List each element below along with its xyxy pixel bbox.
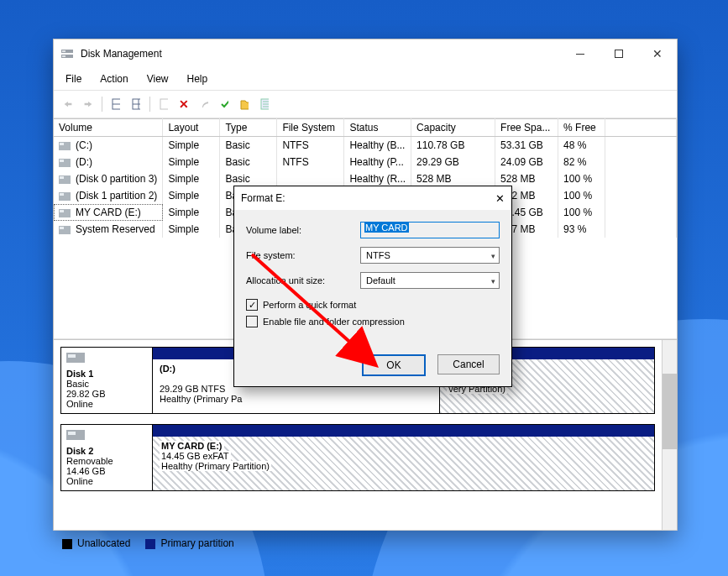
file-system-label: File system: xyxy=(246,250,355,260)
quick-format-checkbox[interactable]: ✓Perform a quick format xyxy=(246,299,500,311)
partition[interactable]: MY CARD (E:) 14.45 GB exFAT Healthy (Pri… xyxy=(153,425,654,490)
volume-row[interactable]: (Disk 0 partition 3)SimpleBasicHealthy (… xyxy=(54,170,677,187)
back-button[interactable] xyxy=(59,95,77,113)
close-button[interactable]: ✕ xyxy=(638,40,677,67)
svg-rect-2 xyxy=(62,50,65,52)
volume-row[interactable]: (D:)SimpleBasicNTFSHealthy (P...29.29 GB… xyxy=(54,154,677,170)
minimize-button[interactable] xyxy=(561,40,600,67)
legend-label-unallocated: Unallocated xyxy=(77,537,130,549)
properties-button[interactable] xyxy=(255,95,274,113)
dialog-title: Format E: xyxy=(241,192,285,204)
volume-label-input[interactable]: MY CARD xyxy=(360,222,500,238)
format-dialog: Format E: ✕ Volume label: MY CARD File s… xyxy=(233,186,512,387)
disk-header: Disk 2Removable14.46 GBOnline xyxy=(60,424,153,491)
forward-button[interactable] xyxy=(79,95,97,113)
toolbar: ✕ xyxy=(54,90,677,118)
layout2-button[interactable] xyxy=(127,95,145,113)
ok-button[interactable]: OK xyxy=(362,354,426,376)
menu-action[interactable]: Action xyxy=(97,71,131,86)
menu-file[interactable]: File xyxy=(62,71,85,86)
svg-rect-25 xyxy=(60,227,64,229)
legend-label-primary: Primary partition xyxy=(160,537,233,549)
scrollbar-thumb[interactable] xyxy=(663,374,677,449)
disk-header: Disk 1Basic29.82 GBOnline xyxy=(60,347,153,414)
refresh-button[interactable] xyxy=(155,95,173,113)
legend-swatch-primary xyxy=(145,539,155,549)
dialog-close-button[interactable]: ✕ xyxy=(495,192,505,205)
app-icon xyxy=(60,47,74,60)
volume-label: Volume label: xyxy=(246,225,355,235)
svg-rect-17 xyxy=(60,160,64,162)
menubar: File Action View Help xyxy=(54,68,677,90)
svg-rect-29 xyxy=(68,432,76,435)
check-button[interactable] xyxy=(215,95,233,113)
svg-rect-19 xyxy=(60,176,64,179)
svg-rect-23 xyxy=(60,210,64,212)
disk-row: Disk 2Removable14.46 GBOnline MY CARD (E… xyxy=(60,424,655,491)
scrollbar[interactable] xyxy=(662,340,677,530)
svg-rect-21 xyxy=(60,193,64,196)
svg-rect-15 xyxy=(60,143,64,145)
column-headers[interactable]: VolumeLayoutType File SystemStatusCapaci… xyxy=(54,119,677,137)
legend-swatch-unallocated xyxy=(62,539,72,549)
cancel-button[interactable]: Cancel xyxy=(437,354,500,374)
chevron-down-icon xyxy=(491,250,495,260)
file-system-select[interactable]: NTFS xyxy=(360,247,500,264)
svg-rect-9 xyxy=(160,99,168,109)
delete-button[interactable]: ✕ xyxy=(175,95,193,113)
svg-rect-3 xyxy=(62,55,65,57)
volume-row[interactable]: (C:)SimpleBasicNTFSHealthy (B...110.78 G… xyxy=(54,137,677,154)
chevron-down-icon xyxy=(491,275,495,285)
maximize-button[interactable] xyxy=(600,40,638,67)
menu-help[interactable]: Help xyxy=(184,71,212,86)
compression-checkbox[interactable]: Enable file and folder compression xyxy=(246,316,500,327)
window-title: Disk Management xyxy=(81,48,554,60)
legend: Unallocated Primary partition xyxy=(54,530,677,556)
menu-view[interactable]: View xyxy=(144,71,172,86)
svg-rect-27 xyxy=(68,354,76,358)
titlebar[interactable]: Disk Management ✕ xyxy=(54,39,677,68)
undo-button[interactable] xyxy=(195,95,213,113)
layout1-button[interactable] xyxy=(107,95,125,113)
allocation-select[interactable]: Default xyxy=(360,272,500,289)
allocation-label: Allocation unit size: xyxy=(246,275,355,285)
folder-button[interactable] xyxy=(235,95,254,113)
